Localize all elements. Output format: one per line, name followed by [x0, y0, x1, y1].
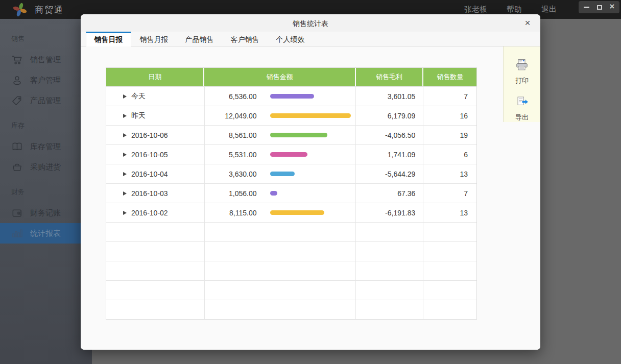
tab-销售日报[interactable]: 销售日报 — [86, 32, 131, 46]
sidebar-item-label: 库存管理 — [30, 142, 61, 152]
tab-个人绩效[interactable]: 个人绩效 — [268, 32, 313, 46]
column-header-销售数量: 销售数量 — [423, 68, 476, 86]
sales-amount-cell: 3,630.00 — [205, 170, 257, 178]
date-cell: 2016-10-03 — [131, 189, 168, 198]
tab-销售月报[interactable]: 销售月报 — [131, 32, 177, 46]
sales-amount-cell: 8,561.00 — [205, 131, 257, 139]
sidebar-item-label: 采购进货 — [30, 162, 61, 172]
tag-icon — [11, 94, 23, 107]
sidebar-item-库存管理[interactable]: 库存管理 — [0, 136, 92, 157]
help-menu[interactable]: 帮助 — [507, 5, 522, 14]
sidebar-item-label: 客户管理 — [30, 76, 61, 85]
sales-amount-bar — [270, 113, 351, 118]
sales-amount-cell: 1,056.00 — [205, 189, 257, 198]
application-window: 商贸通 张老板 帮助 退出 × 销售销售管理客户管理产品管理库存库存管理采购进货… — [0, 0, 621, 364]
sidebar-item-label: 统计报表 — [30, 229, 61, 238]
dialog-body: 日期销售金额销售毛利销售数量 今天 6,536.00 3,601.05 7 昨天… — [81, 46, 540, 350]
sales-amount-cell: 12,049.00 — [205, 112, 257, 120]
sales-quantity-cell: 16 — [423, 106, 476, 125]
action-label: 导出 — [515, 113, 529, 122]
table-row[interactable]: 2016-10-03 1,056.00 67.36 7 — [106, 183, 476, 203]
user-menu[interactable]: 张老板 — [464, 5, 487, 14]
tab-产品销售[interactable]: 产品销售 — [177, 32, 222, 46]
table-row[interactable]: 2016-10-04 3,630.00 -5,644.29 13 — [106, 164, 476, 183]
date-cell: 2016-10-06 — [131, 131, 168, 139]
table-empty-row — [106, 261, 476, 280]
table-row[interactable]: 2016-10-06 8,561.00 -4,056.50 19 — [106, 125, 476, 144]
sidebar-section-label: 财务 — [0, 187, 92, 203]
sidebar-item-客户管理[interactable]: 客户管理 — [0, 70, 92, 90]
sidebar-item-label: 产品管理 — [30, 96, 61, 106]
table-row[interactable]: 昨天 12,049.00 6,179.09 16 — [106, 106, 476, 125]
gross-profit-cell: 67.36 — [356, 184, 424, 203]
export-button[interactable]: 导出 — [504, 96, 540, 122]
sidebar-section-label: 销售 — [0, 34, 92, 50]
table-empty-row — [106, 222, 476, 241]
sales-quantity-cell: 13 — [423, 164, 476, 183]
sales-amount-cell: 8,115.00 — [205, 209, 257, 217]
dialog-close-icon[interactable]: × — [522, 17, 533, 29]
table-row[interactable]: 2016-10-05 5,531.00 1,741.09 6 — [106, 144, 476, 164]
sales-amount-bar — [270, 94, 314, 99]
gross-profit-cell: -4,056.50 — [356, 126, 424, 144]
sales-quantity-cell: 7 — [423, 184, 476, 203]
exit-menu[interactable]: 退出 — [541, 5, 557, 14]
sidebar-item-采购进货[interactable]: 采购进货 — [0, 157, 92, 177]
app-title: 商贸通 — [35, 4, 64, 16]
sales-amount-bar — [270, 133, 327, 137]
action-strip: 打印导出 — [503, 46, 540, 122]
sidebar-item-产品管理[interactable]: 产品管理 — [0, 90, 92, 111]
export-icon — [515, 96, 529, 110]
sales-quantity-cell: 13 — [423, 203, 476, 222]
sidebar-nav: 销售销售管理客户管理产品管理库存库存管理采购进货财务财务记账统计报表 — [0, 19, 92, 364]
table-row[interactable]: 2016-10-02 8,115.00 -6,191.83 13 — [106, 203, 476, 222]
sales-amount-bar — [270, 191, 277, 196]
table-empty-row — [106, 241, 476, 261]
sales-amount-bar — [270, 152, 307, 157]
window-close-icon[interactable]: × — [610, 4, 615, 9]
chart-icon — [11, 227, 23, 239]
tab-客户销售[interactable]: 客户销售 — [222, 32, 268, 46]
row-expander-icon[interactable] — [123, 172, 127, 176]
gross-profit-cell: 1,741.09 — [356, 145, 424, 164]
row-expander-icon[interactable] — [123, 153, 127, 157]
sales-quantity-cell: 19 — [423, 126, 476, 144]
daily-sales-table: 日期销售金额销售毛利销售数量 今天 6,536.00 3,601.05 7 昨天… — [106, 67, 477, 320]
sidebar-item-label: 财务记账 — [30, 208, 61, 218]
maximize-icon[interactable] — [597, 5, 602, 10]
column-header-销售金额: 销售金额 — [204, 68, 355, 86]
basket-icon — [11, 161, 23, 173]
print-button[interactable]: 打印 — [504, 59, 540, 85]
sales-statistics-dialog: 销售统计表 × 销售日报销售月报产品销售客户销售个人绩效 日期销售金额销售毛利销… — [81, 14, 540, 350]
sales-quantity-cell: 6 — [423, 145, 476, 164]
gross-profit-cell: 3,601.05 — [356, 87, 424, 106]
gross-profit-cell: -5,644.29 — [356, 164, 424, 183]
table-row[interactable]: 今天 6,536.00 3,601.05 7 — [106, 86, 476, 106]
cart-icon — [11, 54, 23, 66]
sidebar-section-label: 库存 — [0, 121, 92, 136]
wallet-icon — [11, 207, 23, 219]
row-expander-icon[interactable] — [123, 94, 127, 99]
row-expander-icon[interactable] — [123, 133, 127, 137]
table-empty-row — [106, 280, 476, 300]
action-label: 打印 — [515, 76, 529, 85]
sales-quantity-cell: 7 — [423, 87, 476, 106]
date-cell: 2016-10-02 — [131, 209, 168, 217]
row-expander-icon[interactable] — [123, 211, 127, 215]
sales-amount-cell: 6,536.00 — [205, 92, 257, 101]
sidebar-item-统计报表[interactable]: 统计报表 — [0, 223, 92, 244]
date-cell: 今天 — [131, 92, 146, 101]
dialog-title: 销售统计表 — [81, 19, 540, 29]
row-expander-icon[interactable] — [123, 191, 127, 196]
gross-profit-cell: -6,191.83 — [356, 203, 424, 222]
sidebar-item-财务记账[interactable]: 财务记账 — [0, 203, 92, 223]
sidebar-item-销售管理[interactable]: 销售管理 — [0, 50, 92, 70]
table-header-row: 日期销售金额销售毛利销售数量 — [106, 68, 476, 86]
gross-profit-cell: 6,179.09 — [356, 106, 424, 125]
row-expander-icon[interactable] — [123, 114, 127, 118]
minimize-icon[interactable] — [584, 7, 589, 8]
book-icon — [11, 140, 23, 153]
date-cell: 昨天 — [131, 111, 146, 120]
sales-amount-cell: 5,531.00 — [205, 151, 257, 159]
user-icon — [11, 74, 23, 86]
